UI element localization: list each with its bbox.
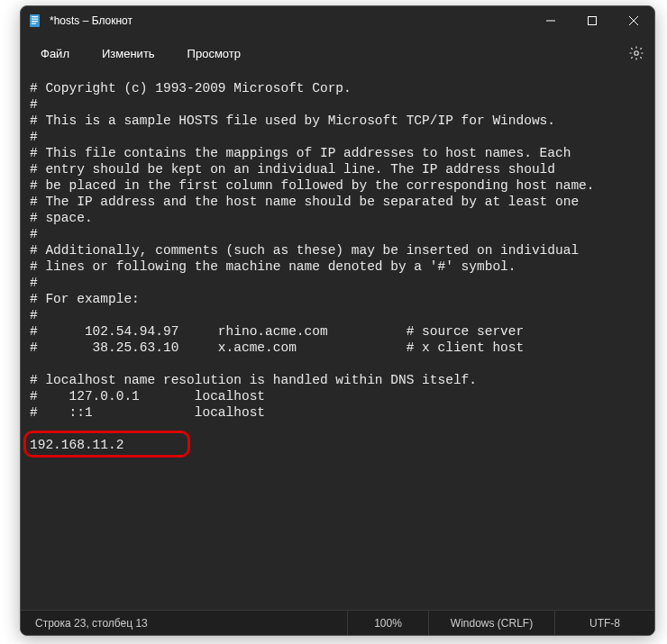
statusbar: Строка 23, столбец 13 100% Windows (CRLF…: [21, 610, 654, 635]
highlight-annotation: [23, 431, 190, 458]
menubar: Файл Изменить Просмотр: [21, 35, 654, 71]
gear-icon[interactable]: [627, 44, 645, 62]
status-line-ending: Windows (CRLF): [429, 611, 555, 635]
menu-view[interactable]: Просмотр: [182, 43, 246, 64]
svg-point-9: [635, 51, 639, 56]
close-button[interactable]: [613, 6, 654, 35]
menu-edit[interactable]: Изменить: [96, 43, 160, 64]
svg-rect-4: [32, 23, 36, 24]
status-encoding: UTF-8: [555, 611, 654, 635]
svg-rect-2: [32, 19, 38, 20]
maximize-button[interactable]: [571, 6, 613, 35]
window-title: *hosts – Блокнот: [50, 14, 132, 27]
svg-rect-1: [32, 16, 38, 17]
svg-rect-3: [32, 21, 38, 22]
status-zoom[interactable]: 100%: [348, 611, 429, 635]
titlebar[interactable]: *hosts – Блокнот: [21, 6, 654, 35]
editor-content[interactable]: # Copyright (c) 1993-2009 Microsoft Corp…: [30, 80, 654, 453]
notepad-window: *hosts – Блокнот Файл Изменить Просмотр …: [20, 5, 655, 636]
svg-rect-6: [589, 17, 597, 25]
text-editor[interactable]: # Copyright (c) 1993-2009 Microsoft Corp…: [21, 71, 654, 610]
notepad-icon: [28, 14, 42, 28]
menu-file[interactable]: Файл: [35, 43, 75, 64]
status-position: Строка 23, столбец 13: [21, 611, 348, 635]
minimize-button[interactable]: [530, 6, 571, 35]
